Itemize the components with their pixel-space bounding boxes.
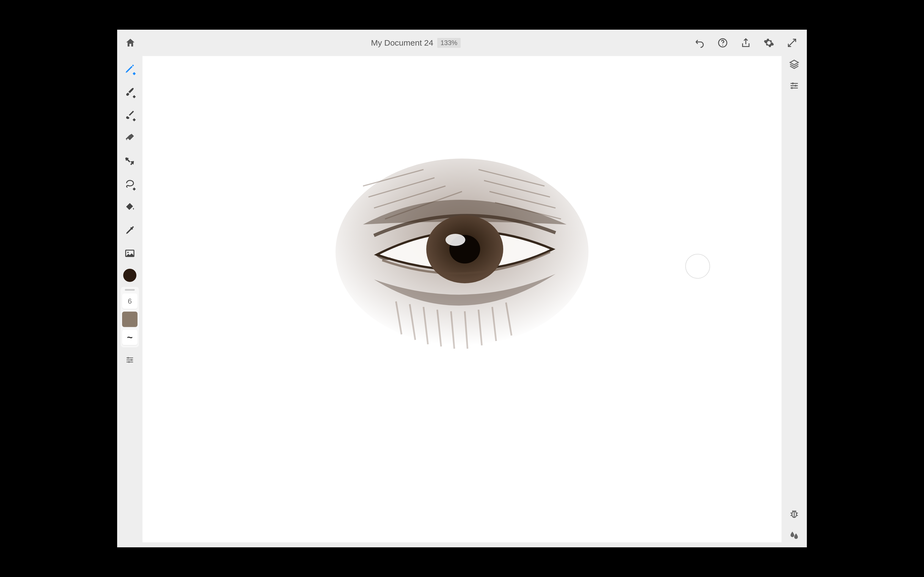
titlebar: My Document 24 133% [117, 30, 807, 56]
undo-button[interactable] [693, 36, 706, 50]
eyedropper-icon [124, 225, 135, 236]
sliders-icon [789, 80, 800, 91]
left-toolbar: 6 [117, 56, 142, 547]
tool-pixel-brush[interactable] [120, 58, 140, 80]
tool-eyedropper[interactable] [120, 219, 140, 241]
tool-image[interactable] [120, 242, 140, 264]
svg-point-29 [795, 85, 797, 87]
zoom-badge[interactable]: 133% [437, 38, 460, 48]
expand-icon [787, 37, 798, 48]
svg-point-18 [446, 234, 465, 246]
drag-handle-icon[interactable] [125, 289, 135, 291]
svg-point-4 [127, 357, 129, 359]
right-toolbar [782, 56, 807, 547]
layers-button[interactable] [788, 58, 801, 71]
move-icon [124, 156, 135, 166]
tool-bucket[interactable] [120, 196, 140, 218]
canvas-artwork [313, 137, 611, 384]
app-window: My Document 24 133% [117, 30, 807, 547]
canvas[interactable] [142, 56, 782, 542]
tool-move[interactable] [120, 150, 140, 172]
svg-point-6 [128, 361, 130, 363]
help-button[interactable] [716, 36, 729, 50]
canvas-container [142, 56, 782, 547]
svg-point-3 [127, 252, 129, 253]
layers-icon [789, 59, 800, 70]
share-icon [740, 37, 751, 48]
bug-button[interactable] [788, 507, 801, 521]
home-button[interactable] [124, 36, 137, 50]
share-button[interactable] [739, 36, 753, 50]
brush-settings-group: 6 [121, 287, 139, 347]
svg-point-28 [792, 82, 794, 84]
main-area: 6 [117, 56, 807, 547]
brush-color-chip[interactable] [122, 311, 137, 327]
sliders-icon [125, 355, 135, 365]
svg-point-5 [131, 359, 132, 361]
document-title: My Document 24 [371, 38, 433, 48]
image-icon [124, 248, 135, 259]
eraser-icon [124, 132, 135, 143]
gear-icon [763, 37, 774, 48]
bucket-icon [124, 201, 135, 213]
adjustments-button[interactable] [788, 79, 801, 92]
brush-cursor [685, 254, 710, 279]
water-drops-icon [789, 530, 800, 541]
fullscreen-button[interactable] [785, 36, 799, 50]
brush-size-chip[interactable]: 6 [122, 293, 137, 309]
tool-brush-2[interactable] [120, 81, 140, 103]
svg-point-1 [722, 45, 723, 46]
settings-button[interactable] [762, 36, 775, 50]
brush-options-button[interactable] [122, 352, 137, 367]
svg-point-30 [791, 87, 793, 89]
current-color-swatch[interactable] [123, 269, 136, 282]
home-icon [125, 37, 136, 48]
tool-lasso[interactable] [120, 173, 140, 195]
bug-icon [789, 508, 800, 519]
undo-icon [694, 37, 705, 48]
water-blend-button[interactable] [788, 529, 801, 542]
help-icon [717, 37, 728, 48]
tool-brush-3[interactable] [120, 104, 140, 126]
brush-flow-chip[interactable] [122, 330, 137, 345]
tool-eraser[interactable] [120, 127, 140, 149]
